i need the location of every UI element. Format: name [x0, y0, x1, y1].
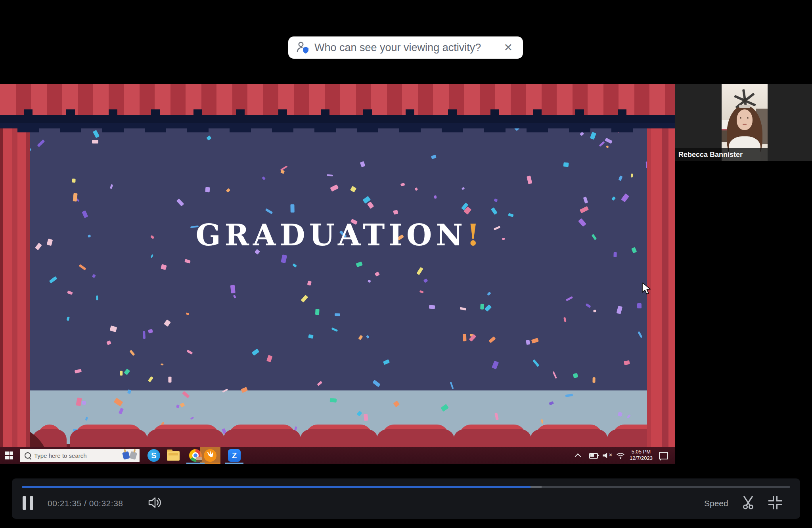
confetti-piece: [164, 319, 171, 327]
confetti-piece: [315, 309, 320, 315]
zoom-app-icon: Z: [228, 449, 241, 462]
confetti-piece: [335, 313, 340, 316]
action-center-icon: [659, 452, 668, 459]
pause-button[interactable]: [23, 496, 33, 510]
confetti-piece: [186, 312, 189, 315]
confetti-piece: [638, 331, 643, 338]
confetti-piece: [637, 303, 642, 308]
confetti-piece: [161, 363, 164, 365]
confetti-piece: [168, 377, 171, 383]
confetti-piece: [265, 208, 273, 214]
confetti-piece: [564, 317, 567, 322]
curtain-valance: [0, 84, 675, 117]
confetti-piece: [82, 211, 88, 218]
clock-date: 12/7/2023: [628, 455, 654, 461]
banner-text: Who can see your viewing activity?: [314, 42, 481, 54]
confetti-piece: [176, 199, 184, 207]
confetti-piece: [233, 295, 236, 298]
confetti-piece: [280, 170, 285, 174]
confetti-piece: [423, 278, 428, 283]
confetti-piece: [92, 274, 96, 278]
curtain-rod: [0, 115, 675, 123]
scissors-icon[interactable]: [741, 495, 756, 510]
confetti-piece: [491, 207, 498, 215]
confetti-piece: [82, 401, 86, 405]
viewing-activity-banner: Who can see your viewing activity? ✕: [288, 36, 523, 59]
confetti-piece: [368, 279, 371, 283]
confetti-piece: [431, 155, 437, 159]
confetti-piece: [563, 162, 569, 167]
confetti-piece: [566, 296, 573, 301]
confetti-piece: [480, 304, 484, 309]
confetti-piece: [360, 161, 365, 167]
search-highlight-image: [123, 452, 136, 459]
orange-app-icon: [204, 449, 216, 462]
confetti-piece: [356, 261, 363, 267]
orange-app-active-cell: [200, 447, 220, 464]
confetti-piece: [364, 414, 368, 421]
confetti-piece: [367, 201, 374, 209]
confetti-piece: [281, 254, 287, 263]
curtain-hook: [321, 109, 329, 116]
confetti-piece: [375, 272, 380, 277]
clock-time: 5:05 PM: [628, 449, 654, 455]
curtain-hook: [278, 109, 287, 116]
confetti-piece: [393, 210, 398, 215]
confetti-piece: [72, 179, 76, 183]
speed-button[interactable]: Speed: [704, 499, 728, 508]
main-video-stream[interactable]: GRADUATION! Type here to search S Z: [0, 84, 675, 464]
confetti-piece: [366, 335, 370, 339]
file-explorer-icon: [167, 451, 180, 461]
curtain-hook: [66, 109, 75, 116]
confetti-piece: [327, 174, 333, 176]
curtain-hook: [448, 109, 457, 116]
confetti-piece: [532, 359, 539, 367]
confetti-piece: [485, 304, 492, 312]
player-control-bar: 00:21:35 / 00:32:38 Speed: [12, 478, 800, 519]
progress-bar[interactable]: [22, 486, 790, 488]
confetti-piece: [120, 371, 123, 375]
webcam-video-stream[interactable]: Rebecca Bannister: [675, 84, 812, 161]
pause-icon: [23, 496, 26, 510]
confetti-piece: [358, 335, 363, 340]
confetti-piece: [206, 136, 211, 141]
confetti-piece: [417, 267, 423, 275]
confetti-piece: [489, 336, 496, 343]
close-icon[interactable]: ✕: [501, 41, 515, 55]
curtain-hook: [151, 109, 160, 116]
confetti-piece: [96, 295, 98, 300]
confetti-piece: [434, 195, 437, 198]
confetti-piece: [508, 213, 513, 217]
confetti-piece: [124, 368, 130, 375]
curtain-hook: [406, 109, 414, 116]
confetti-piece: [492, 360, 499, 369]
volume-icon[interactable]: [148, 497, 162, 509]
confetti-piece: [230, 285, 236, 294]
curtain-hook: [24, 109, 33, 116]
confetti-piece: [460, 307, 467, 310]
confetti-piece: [531, 338, 539, 344]
confetti-piece: [143, 331, 146, 339]
confetti-piece: [580, 206, 589, 213]
progress-buffer: [530, 486, 542, 488]
confetti-piece: [92, 140, 98, 143]
confetti-piece: [487, 292, 491, 296]
confetti-piece: [599, 141, 605, 147]
confetti-piece: [37, 140, 45, 147]
confetti-piece: [151, 254, 154, 258]
muted-speaker-icon: [603, 453, 608, 458]
mute-x-glyph: ✕: [609, 452, 613, 458]
exit-fullscreen-icon[interactable]: [768, 496, 782, 509]
confetti-piece: [624, 360, 630, 365]
stage-curtain-left: [0, 114, 30, 464]
slide-title: GRADUATION!: [0, 218, 675, 252]
confetti-piece: [606, 145, 609, 148]
confetti-piece: [93, 130, 100, 138]
exclamation-mark: !: [467, 218, 479, 252]
confetti-piece: [262, 176, 266, 180]
confetti-piece: [148, 329, 153, 333]
confetti-piece: [110, 184, 113, 189]
participant-name: Rebecca Bannister: [678, 151, 743, 159]
participant-name-tag: Rebecca Bannister: [675, 148, 768, 161]
confetti-piece: [613, 252, 617, 257]
